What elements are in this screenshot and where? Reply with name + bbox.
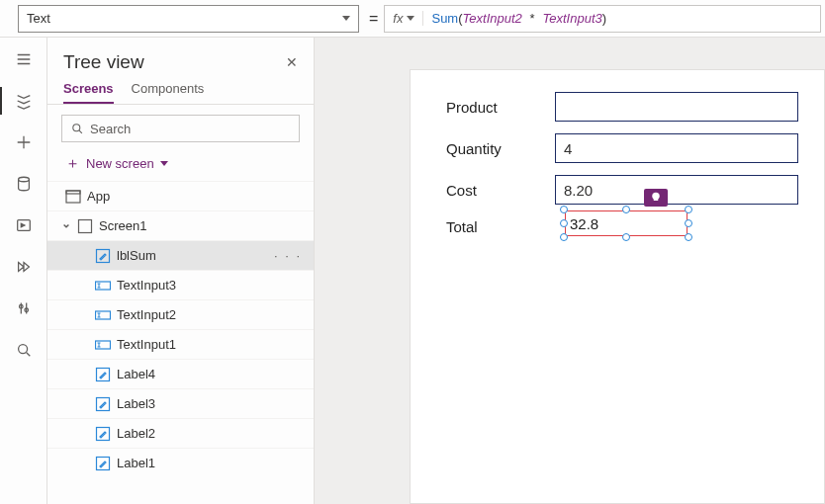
tree-node-label1[interactable]: Label1 — [47, 448, 314, 477]
input-product[interactable] — [555, 92, 798, 122]
formula-input[interactable]: fx Sum(TextInput2 * TextInput3) — [384, 5, 821, 33]
resize-handle[interactable] — [560, 233, 568, 241]
svg-point-0 — [18, 177, 29, 182]
svg-rect-11 — [96, 311, 111, 319]
chevron-down-icon — [160, 161, 168, 166]
screen-canvas[interactable]: Product Quantity 4 Cost 8.20 Total 32.8 — [410, 69, 825, 504]
selected-control-lblsum[interactable]: 32.8 — [565, 210, 688, 236]
canvas-area: Product Quantity 4 Cost 8.20 Total 32.8 — [315, 38, 825, 504]
input-cost[interactable]: 8.20 — [555, 175, 798, 205]
tree-node-label: TextInput3 — [117, 278, 176, 293]
tree-nodes: App Screen1 lblSum · · · TextInput3 Text… — [47, 181, 314, 504]
left-rail — [0, 38, 47, 504]
tree-node-label4[interactable]: Label4 — [47, 359, 314, 388]
label-total: Total — [446, 218, 555, 235]
tree-node-textinput1[interactable]: TextInput1 — [47, 329, 314, 359]
textinput-icon — [95, 278, 111, 294]
svg-rect-10 — [96, 282, 111, 290]
media-icon[interactable] — [14, 215, 34, 235]
tree-node-label: Screen1 — [99, 218, 146, 233]
resize-handle[interactable] — [560, 219, 568, 227]
svg-rect-12 — [96, 341, 111, 349]
tree-node-label: Label3 — [117, 396, 155, 411]
search-icon — [70, 122, 84, 135]
equals-sign: = — [369, 10, 378, 28]
label-quantity: Quantity — [446, 140, 555, 157]
svg-rect-7 — [66, 191, 80, 194]
tree-node-label: Label4 — [117, 367, 155, 381]
form-row-cost: Cost 8.20 — [446, 175, 798, 205]
main-area: Tree view ✕ Screens Components Search ＋ … — [0, 38, 825, 504]
formula-indicator-icon[interactable] — [644, 189, 668, 207]
label-icon — [95, 248, 111, 264]
resize-handle[interactable] — [622, 206, 630, 213]
tree-node-textinput2[interactable]: TextInput2 — [47, 299, 314, 329]
input-quantity[interactable]: 4 — [555, 133, 798, 163]
new-screen-label: New screen — [86, 156, 154, 171]
tree-tabs: Screens Components — [47, 75, 314, 105]
close-icon[interactable]: ✕ — [286, 54, 298, 70]
form-row-product: Product — [446, 92, 798, 122]
new-screen-button[interactable]: ＋ New screen — [47, 150, 314, 181]
data-icon[interactable] — [14, 174, 34, 194]
plus-icon[interactable] — [14, 132, 34, 152]
hamburger-icon[interactable] — [14, 49, 34, 69]
label-icon — [95, 456, 111, 471]
plus-icon: ＋ — [65, 154, 80, 173]
tree-node-label: TextInput1 — [117, 337, 176, 352]
textinput-icon — [95, 337, 111, 353]
tree-node-label: Label2 — [117, 426, 155, 441]
tree-node-screen1[interactable]: Screen1 — [47, 210, 314, 240]
settings-icon[interactable] — [14, 298, 34, 318]
search-rail-icon[interactable] — [14, 340, 34, 360]
resize-handle[interactable] — [622, 233, 630, 241]
tree-view-icon[interactable] — [14, 91, 34, 111]
textinput-icon — [95, 307, 111, 323]
search-placeholder: Search — [90, 122, 131, 136]
svg-rect-8 — [79, 219, 92, 232]
resize-handle[interactable] — [685, 206, 692, 213]
label-icon — [95, 426, 111, 442]
tree-title: Tree view — [63, 51, 144, 73]
flows-icon[interactable] — [14, 257, 34, 277]
fx-label[interactable]: fx — [385, 11, 423, 26]
tree-node-app[interactable]: App — [47, 181, 314, 210]
chevron-down-icon[interactable] — [61, 222, 71, 230]
search-input[interactable]: Search — [61, 115, 300, 142]
more-icon[interactable]: · · · — [274, 248, 302, 263]
tree-node-lblsum[interactable]: lblSum · · · — [47, 240, 314, 270]
formula-bar: Text = fx Sum(TextInput2 * TextInput3) — [0, 0, 825, 38]
app-icon — [65, 189, 81, 205]
chevron-down-icon — [407, 16, 414, 21]
property-select[interactable]: Text — [18, 5, 359, 33]
svg-rect-6 — [66, 191, 80, 203]
property-select-value: Text — [27, 11, 50, 26]
form-row-total: Total — [446, 218, 555, 235]
label-icon — [95, 367, 111, 382]
screen-icon — [77, 218, 93, 234]
resize-handle[interactable] — [560, 206, 568, 213]
chevron-down-icon — [342, 16, 350, 21]
tree-node-label: TextInput2 — [117, 307, 176, 322]
form-row-quantity: Quantity 4 — [446, 133, 798, 163]
formula-text[interactable]: Sum(TextInput2 * TextInput3) — [423, 11, 614, 26]
tab-screens[interactable]: Screens — [63, 81, 114, 104]
resize-handle[interactable] — [685, 233, 692, 241]
tree-node-label: App — [87, 189, 110, 204]
label-product: Product — [446, 99, 555, 116]
label-icon — [95, 396, 111, 412]
tree-node-textinput3[interactable]: TextInput3 — [47, 270, 314, 299]
tree-node-label3[interactable]: Label3 — [47, 388, 314, 418]
svg-point-4 — [18, 345, 27, 354]
tree-node-label: lblSum — [117, 248, 156, 263]
tree-node-label: Label1 — [117, 456, 155, 470]
label-cost: Cost — [446, 182, 555, 199]
tree-node-label2[interactable]: Label2 — [47, 418, 314, 448]
tree-panel: Tree view ✕ Screens Components Search ＋ … — [47, 38, 315, 504]
resize-handle[interactable] — [685, 219, 692, 227]
svg-point-5 — [73, 125, 80, 131]
tab-components[interactable]: Components — [132, 81, 205, 104]
